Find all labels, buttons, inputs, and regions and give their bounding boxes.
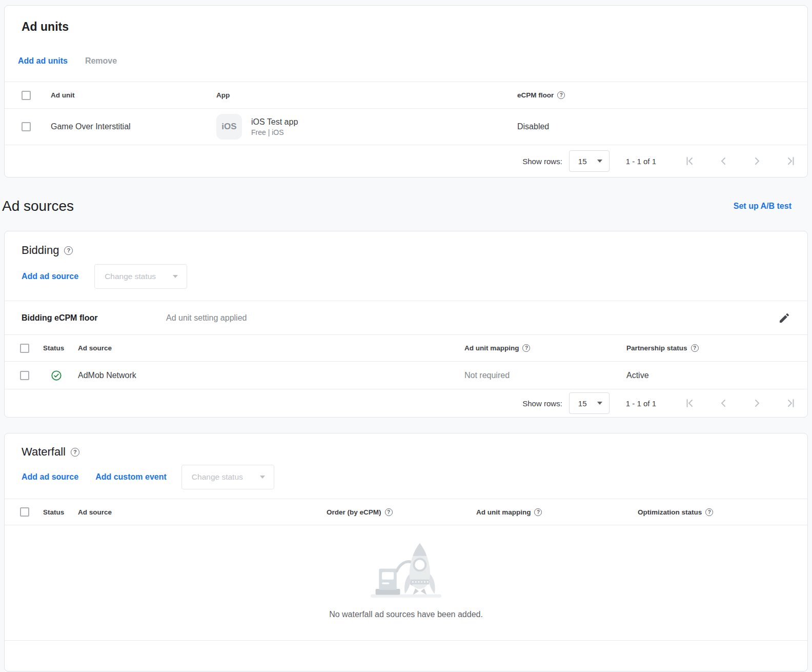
select-caret-icon	[597, 402, 602, 405]
add-custom-event-button[interactable]: Add custom event	[95, 472, 167, 482]
ad-sources-header: Ad sources Set up A/B test	[0, 197, 812, 215]
previous-page-icon[interactable]	[717, 397, 729, 409]
show-rows-label: Show rows:	[522, 399, 562, 408]
bidding-help-icon[interactable]	[64, 246, 73, 255]
bidding-table-header: Status Ad source Ad unit mapping Partner…	[5, 334, 807, 361]
ecpm-floor-help-icon[interactable]	[557, 91, 565, 99]
first-page-icon[interactable]	[683, 397, 696, 409]
pagination-range: 1 - 1 of 1	[626, 399, 656, 408]
next-page-icon[interactable]	[751, 155, 763, 167]
bidding-change-status-button[interactable]: Change status	[94, 264, 187, 289]
bidding-ad-unit-mapping-value: Not required	[464, 371, 626, 380]
ad-units-actions: Add ad units Remove	[5, 54, 807, 68]
rows-per-page-select[interactable]: 15	[569, 392, 610, 414]
rocket-fueling-illustration	[368, 540, 444, 601]
ecpm-floor-value: Disabled	[517, 122, 807, 131]
bidding-ecpm-floor-value: Ad unit setting applied	[166, 313, 778, 323]
col-status: Status	[43, 344, 78, 352]
waterfall-footer	[5, 640, 807, 671]
first-page-icon[interactable]	[683, 155, 696, 167]
bidding-actions: Add ad source Change status	[5, 264, 807, 289]
waterfall-table-header: Status Ad source Order (by eCPM) Ad unit…	[5, 499, 807, 525]
select-all-checkbox[interactable]	[22, 91, 31, 100]
waterfall-title: Waterfall	[5, 433, 807, 459]
ios-app-icon: iOS	[216, 114, 242, 140]
chevron-down-icon	[260, 476, 265, 479]
rows-per-page-select[interactable]: 15	[569, 150, 610, 172]
last-page-icon[interactable]	[785, 397, 797, 409]
col-ecpm-floor: eCPM floor	[517, 91, 807, 99]
bidding-ecpm-floor-row: Bidding eCPM floor Ad unit setting appli…	[5, 301, 807, 334]
bidding-title: Bidding	[5, 231, 807, 258]
bidding-pagination: Show rows: 15 1 - 1 of 1	[5, 389, 807, 417]
col-ad-unit-mapping: Ad unit mapping	[476, 508, 638, 516]
bidding-ecpm-floor-label: Bidding eCPM floor	[22, 313, 166, 323]
add-ad-units-button[interactable]: Add ad units	[18, 56, 68, 66]
ad-unit-name[interactable]: Game Over Interstitial	[51, 122, 216, 131]
partnership-status-help-icon[interactable]	[691, 344, 699, 352]
chevron-down-icon	[173, 275, 178, 278]
waterfall-card: Waterfall Add ad source Add custom event…	[4, 433, 808, 671]
order-help-icon[interactable]	[385, 508, 393, 516]
col-ad-unit: Ad unit	[51, 91, 216, 99]
ad-units-title: Ad units	[5, 6, 807, 34]
waterfall-empty-state: No waterfall ad sources have been added.	[5, 525, 807, 640]
bidding-ad-source-name[interactable]: AdMob Network	[78, 371, 464, 380]
optimization-status-help-icon[interactable]	[705, 508, 713, 516]
waterfall-empty-message: No waterfall ad sources have been added.	[329, 610, 483, 619]
app-cell: iOS iOS Test app Free | iOS	[216, 114, 517, 140]
active-status-icon	[51, 370, 62, 381]
bidding-select-all-checkbox[interactable]	[20, 344, 29, 353]
col-ad-unit-mapping: Ad unit mapping	[464, 344, 626, 352]
edit-pencil-icon[interactable]	[778, 312, 790, 324]
ad-units-pagination: Show rows: 15 1 - 1 of 1	[5, 145, 807, 177]
ad-units-card: Ad units Add ad units Remove Ad unit App…	[4, 5, 808, 177]
ad-unit-mapping-help-icon[interactable]	[522, 344, 530, 352]
col-app: App	[216, 91, 517, 99]
ad-unit-row: Game Over Interstitial iOS iOS Test app …	[5, 108, 807, 145]
bidding-partnership-status-value: Active	[626, 371, 807, 380]
next-page-icon[interactable]	[751, 397, 763, 409]
pagination-range: 1 - 1 of 1	[626, 157, 656, 166]
waterfall-select-all-checkbox[interactable]	[20, 507, 29, 517]
last-page-icon[interactable]	[785, 155, 797, 167]
col-ad-source: Ad source	[78, 344, 464, 352]
col-order-by-ecpm: Order (by eCPM)	[327, 508, 476, 516]
col-ad-source: Ad source	[78, 508, 327, 516]
col-partnership-status: Partnership status	[626, 344, 807, 352]
col-status: Status	[43, 508, 78, 516]
previous-page-icon[interactable]	[717, 155, 729, 167]
ad-sources-title: Ad sources	[2, 198, 74, 214]
app-meta: Free | iOS	[251, 128, 298, 136]
waterfall-actions: Add ad source Add custom event Change st…	[5, 465, 807, 489]
bidding-add-ad-source-button[interactable]: Add ad source	[22, 272, 78, 281]
row-checkbox[interactable]	[22, 122, 31, 131]
bidding-row: AdMob Network Not required Active	[5, 361, 807, 389]
waterfall-help-icon[interactable]	[71, 448, 79, 457]
waterfall-change-status-button[interactable]: Change status	[181, 465, 274, 489]
app-name: iOS Test app	[251, 117, 298, 127]
remove-button[interactable]: Remove	[85, 56, 117, 66]
ad-units-table-header: Ad unit App eCPM floor	[5, 82, 807, 108]
show-rows-label: Show rows:	[522, 157, 562, 166]
bidding-card: Bidding Add ad source Change status Bidd…	[4, 231, 808, 418]
ad-unit-mapping-help-icon[interactable]	[534, 508, 542, 516]
bidding-row-checkbox[interactable]	[20, 371, 29, 380]
waterfall-add-ad-source-button[interactable]: Add ad source	[22, 472, 78, 482]
col-optimization-status: Optimization status	[638, 508, 807, 516]
setup-ab-test-link[interactable]: Set up A/B test	[734, 202, 791, 211]
select-caret-icon	[597, 160, 602, 163]
